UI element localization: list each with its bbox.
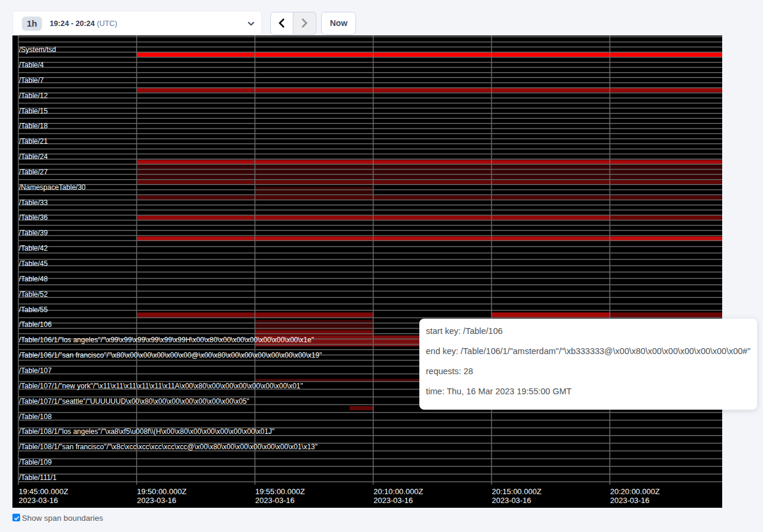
svg-text:/Table/108/1/"los angeles"/"\x: /Table/108/1/"los angeles"/"\xa8\xf5\u00…: [19, 427, 274, 436]
svg-text:/Table/106/1/"los angeles"/"\x: /Table/106/1/"los angeles"/"\x99\x99\x99…: [19, 336, 314, 344]
svg-text:20:15:00.000Z: 20:15:00.000Z: [492, 487, 542, 496]
svg-text:/Table/55: /Table/55: [19, 306, 48, 314]
svg-text:/Table/27: /Table/27: [19, 168, 48, 176]
svg-text:/Table/107/1/"seattle"/"UUUUUU: /Table/107/1/"seattle"/"UUUUUUD\x00\x80\…: [19, 397, 249, 406]
svg-text:/Table/39: /Table/39: [19, 229, 48, 237]
svg-text:2023-03-16: 2023-03-16: [374, 496, 413, 505]
svg-text:2023-03-16: 2023-03-16: [610, 496, 650, 505]
svg-text:2023-03-16: 2023-03-16: [19, 496, 59, 505]
svg-text:/Table/45: /Table/45: [19, 259, 48, 268]
svg-text:/Table/33: /Table/33: [19, 199, 48, 207]
svg-text:2023-03-16: 2023-03-16: [137, 496, 177, 505]
svg-text:19:50:00.000Z: 19:50:00.000Z: [137, 487, 187, 496]
svg-text:/Table/111/1: /Table/111/1: [19, 473, 57, 482]
svg-text:/Table/107: /Table/107: [19, 366, 52, 375]
svg-text:/Table/7: /Table/7: [19, 76, 44, 85]
svg-text:/Table/18: /Table/18: [19, 122, 48, 130]
svg-text:/Table/4: /Table/4: [19, 61, 44, 69]
svg-text:20:20:00.000Z: 20:20:00.000Z: [610, 487, 660, 496]
svg-text:20:10:00.000Z: 20:10:00.000Z: [374, 487, 423, 496]
svg-text:/Table/12: /Table/12: [19, 92, 48, 100]
svg-text:/Table/24: /Table/24: [19, 153, 48, 161]
svg-text:19:45:00.000Z: 19:45:00.000Z: [19, 487, 69, 496]
svg-text:19:55:00.000Z: 19:55:00.000Z: [256, 487, 305, 496]
svg-text:/Table/108: /Table/108: [19, 413, 52, 421]
svg-text:/Table/42: /Table/42: [19, 244, 48, 252]
svg-text:/Table/107/1/"new york"/"\x11\: /Table/107/1/"new york"/"\x11\x11\x11\x1…: [19, 382, 303, 390]
svg-text:/Table/52: /Table/52: [19, 290, 48, 299]
svg-text:2023-03-16: 2023-03-16: [256, 496, 295, 505]
svg-text:/Table/21: /Table/21: [19, 137, 48, 145]
svg-text:/Table/109: /Table/109: [19, 458, 52, 466]
svg-text:/Table/36: /Table/36: [19, 213, 48, 222]
svg-text:/NamespaceTable/30: /NamespaceTable/30: [19, 183, 86, 192]
svg-text:2023-03-16: 2023-03-16: [492, 496, 532, 505]
svg-text:/Table/106: /Table/106: [19, 320, 52, 329]
svg-text:/Table/48: /Table/48: [19, 275, 48, 283]
svg-text:/Table/108/1/"san francisco"/": /Table/108/1/"san francisco"/"\x8c\xcc\x…: [19, 443, 318, 451]
svg-text:/System/tsd: /System/tsd: [19, 46, 56, 54]
svg-text:/Table/106/1/"san francisco"/": /Table/106/1/"san francisco"/"\x80\x00\x…: [19, 351, 322, 359]
svg-text:/Table/15: /Table/15: [19, 107, 48, 115]
